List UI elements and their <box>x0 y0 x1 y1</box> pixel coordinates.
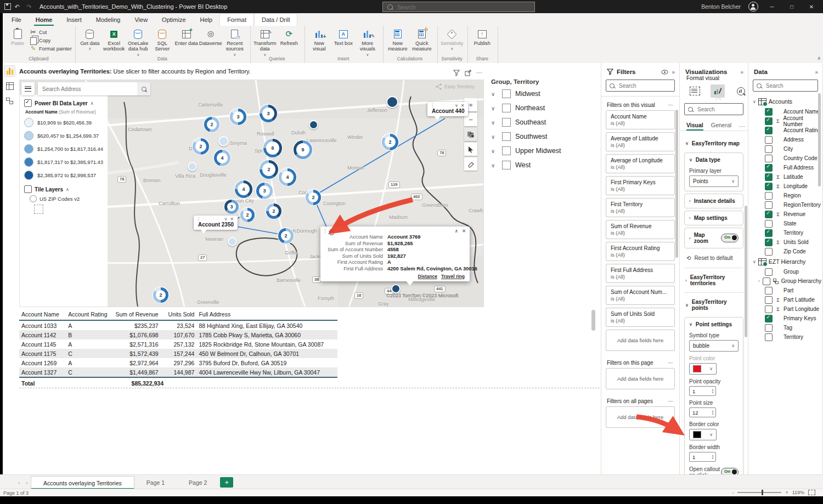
transform-data-button[interactable]: Transform data∨ <box>253 27 277 56</box>
section-map-zoom[interactable]: ›Map zoom On <box>684 228 743 248</box>
field-checkbox[interactable] <box>765 201 773 209</box>
text-box-button[interactable]: AText box <box>331 27 356 46</box>
close-button[interactable]: ✕ <box>805 4 818 10</box>
close-icon[interactable]: ✕ <box>230 217 234 222</box>
maximize-button[interactable]: □ <box>786 4 798 10</box>
filter-card-average-of-latitude[interactable]: Average of Latitudeis (All) <box>606 132 675 151</box>
chevron-down-icon[interactable]: ∨ <box>491 162 498 168</box>
collapse-callout-icon[interactable]: ∧ <box>455 228 458 234</box>
chevron-down-icon[interactable]: ∨ <box>491 134 498 140</box>
filter-card-sum-of-account-num-[interactable]: Sum of Account Num...is (All) <box>606 286 675 305</box>
field-checkbox[interactable] <box>765 296 773 304</box>
data-scrollbar[interactable] <box>818 93 821 186</box>
point-color-picker[interactable]: ∨ <box>689 363 717 375</box>
column-header[interactable]: Account Name <box>19 311 66 318</box>
user-name[interactable]: Benton Belcher <box>701 3 741 10</box>
sql-server-button[interactable]: SQL Server <box>150 27 174 52</box>
section-point-settings[interactable]: ∨Point settings <box>689 321 739 329</box>
chevron-down-icon[interactable]: ∨ <box>753 99 756 104</box>
chevron-down-icon[interactable]: ∨ <box>224 217 227 222</box>
column-header[interactable]: Units Sold <box>161 311 197 318</box>
filter-card-sum-of-revenue[interactable]: Sum of Revenueis (All) <box>606 220 675 239</box>
zip-codes-radio[interactable] <box>30 195 37 202</box>
new-measure-button[interactable]: New measure <box>386 27 410 52</box>
point-marker[interactable] <box>309 120 318 129</box>
filter-card-sum-of-units-sold[interactable]: Sum of Units Soldis (All) <box>606 308 675 327</box>
eye-icon[interactable] <box>661 70 668 75</box>
field-checkbox[interactable] <box>765 173 773 181</box>
chevron-right-icon[interactable]: › <box>758 279 760 284</box>
field-checkbox[interactable] <box>765 229 773 237</box>
filter-icon[interactable] <box>453 70 460 76</box>
border-color-picker[interactable]: ∨ <box>689 429 717 440</box>
point-marker[interactable] <box>188 162 197 171</box>
cluster-marker[interactable]: 2 <box>204 117 219 132</box>
field-checkbox[interactable] <box>765 220 773 228</box>
table-row[interactable]: Account 1145A$2,571,316257,1321825 Rockb… <box>19 339 337 349</box>
cluster-marker[interactable]: 2 <box>382 134 398 150</box>
menu-tab-modeling[interactable]: Modeling <box>89 13 128 26</box>
data-field-country-code[interactable]: Country Code <box>748 154 822 163</box>
undo-icon[interactable]: ↶ <box>11 3 23 10</box>
table-view-button[interactable] <box>4 81 15 91</box>
slicer-checkbox[interactable] <box>502 89 511 98</box>
field-checkbox[interactable] <box>765 183 773 190</box>
drag-handle-icon[interactable]: ⋮ <box>430 103 435 108</box>
cluster-marker[interactable]: 3 <box>224 200 239 214</box>
tile-layers-checkbox[interactable] <box>24 185 32 193</box>
address-search-input[interactable] <box>38 86 137 93</box>
more-options-icon[interactable]: ⋯ <box>668 398 674 404</box>
section-data-type[interactable]: ∨Data type <box>689 157 739 164</box>
chevron-down-icon[interactable]: ∨ <box>491 148 498 154</box>
collapse-icon[interactable]: ∧ <box>91 101 94 106</box>
page-tab-page-[interactable]: Page 1 <box>134 476 177 489</box>
column-header[interactable]: Account Rating <box>66 311 112 318</box>
zoom-slider[interactable] <box>737 492 781 493</box>
tab-general[interactable]: General <box>711 122 731 131</box>
slicer-item-midwest[interactable]: ∨Midwest <box>491 89 601 98</box>
copy-button[interactable]: Copy <box>30 37 72 44</box>
cut-button[interactable]: ✂Cut <box>30 29 72 36</box>
field-checkbox[interactable] <box>765 305 773 313</box>
user-avatar[interactable] <box>748 2 758 12</box>
more-options-icon[interactable]: ⋯ <box>739 123 746 129</box>
menu-tab-data-drill[interactable]: Data / Drill <box>254 13 297 26</box>
more-options-icon[interactable]: ⋯ <box>668 102 674 108</box>
menu-tab-optimize[interactable]: Optimize <box>155 13 193 26</box>
field-checkbox[interactable] <box>765 117 773 125</box>
close-callout-icon[interactable]: ✕ <box>462 228 466 234</box>
slicer-item-southwest[interactable]: ∨Southwest <box>491 132 601 141</box>
filter-card-first-account-rating[interactable]: First Account Ratingis (All) <box>606 242 675 261</box>
filters-search-input[interactable] <box>618 82 664 89</box>
cluster-marker[interactable]: 2 <box>266 203 281 219</box>
dataverse-button[interactable]: ◎Dataverse <box>199 27 223 46</box>
chevron-down-icon[interactable]: ∨ <box>491 105 498 111</box>
add-data-fields-dropzone[interactable]: Add data fields here <box>606 330 675 351</box>
field-checkbox[interactable] <box>765 164 773 172</box>
field-checkbox[interactable] <box>765 268 773 276</box>
filter-card-first-primary-keys[interactable]: First Primary Keysis (All) <box>606 176 675 195</box>
format-painter-button[interactable]: ✎Format painter <box>30 45 72 52</box>
data-field-territory[interactable]: Territory <box>748 228 822 237</box>
cluster-marker[interactable]: 2 <box>240 208 255 222</box>
easyterritory-map-visual[interactable]: Easy Territory Power BI Data Layer ∧ Acc… <box>19 80 484 307</box>
slicer-checkbox[interactable] <box>502 132 511 141</box>
table-row[interactable]: Account 1142B$1,076,698107,6701785 Cobb … <box>19 330 337 339</box>
collapse-pane-icon[interactable]: » <box>740 69 743 75</box>
column-header[interactable]: Full Address <box>196 311 337 318</box>
cluster-marker[interactable]: 4 <box>214 150 230 166</box>
cluster-marker[interactable]: 2 <box>306 190 321 205</box>
data-field-tag[interactable]: Tag <box>748 323 822 332</box>
reset-to-default-button[interactable]: ⟲Reset to default <box>684 251 743 265</box>
slicer-item-northeast[interactable]: ∨Northeast <box>491 104 601 112</box>
field-checkbox[interactable] <box>763 278 770 285</box>
data-field-region[interactable]: Region <box>748 191 822 200</box>
section-instance-details[interactable]: ›Instance details <box>684 194 743 208</box>
slicer-checkbox[interactable] <box>502 118 511 127</box>
more-options-icon[interactable]: ⋯ <box>668 360 674 366</box>
tab-visual[interactable]: Visual <box>686 122 703 131</box>
menu-tab-format[interactable]: Format <box>219 13 254 26</box>
add-data-fields-dropzone[interactable]: Add data fields here <box>606 406 675 428</box>
section-map-settings[interactable]: ›Map settings <box>684 211 743 225</box>
fit-to-page-icon[interactable] <box>808 490 815 495</box>
